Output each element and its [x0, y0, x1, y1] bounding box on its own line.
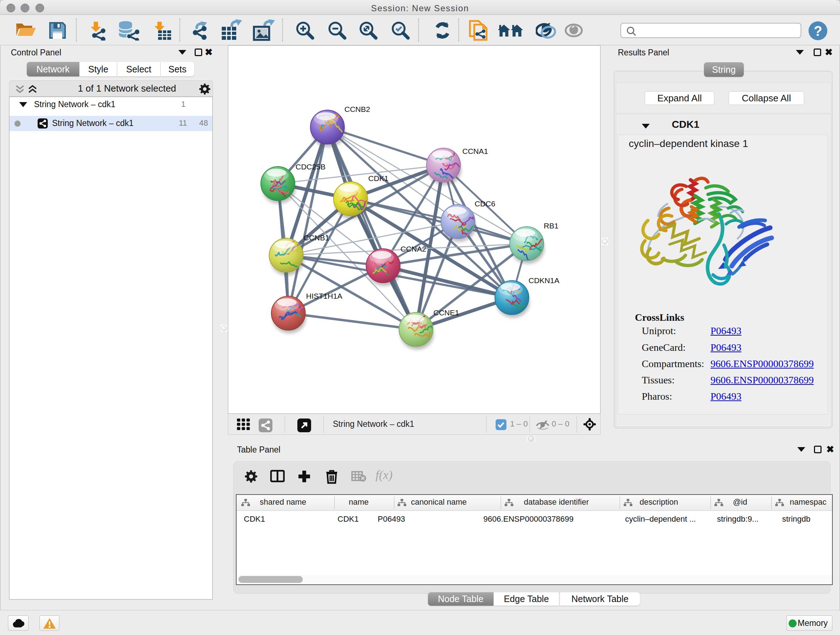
svg-text:CDKN1A: CDKN1A: [529, 276, 559, 285]
svg-text:CDC25B: CDC25B: [295, 163, 325, 171]
svg-text:CCNB1: CCNB1: [303, 233, 329, 242]
svg-text:CCNA1: CCNA1: [462, 147, 488, 155]
svg-text:CDC6: CDC6: [475, 200, 495, 208]
svg-text:CCNE1: CCNE1: [433, 309, 459, 317]
svg-text:HIST1H1A: HIST1H1A: [306, 292, 342, 300]
svg-text:?: ?: [813, 24, 822, 39]
svg-text:CDK1: CDK1: [368, 174, 388, 182]
svg-text:RB1: RB1: [544, 222, 559, 230]
svg-text:CCNB2: CCNB2: [344, 105, 370, 113]
svg-text:CCNA2: CCNA2: [401, 245, 426, 253]
